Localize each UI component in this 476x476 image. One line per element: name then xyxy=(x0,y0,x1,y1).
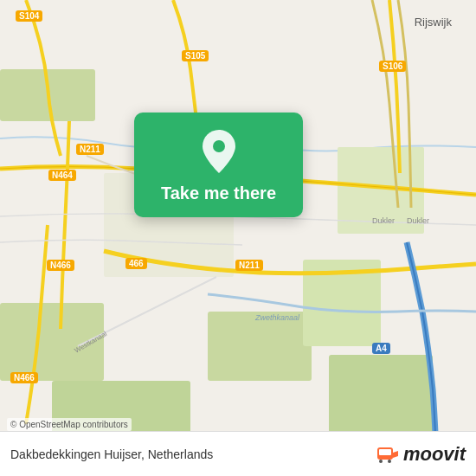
bottom-bar: Dakbedekkingen Huijser, Netherlands moov… xyxy=(0,431,476,476)
svg-point-17 xyxy=(388,460,391,463)
svg-rect-6 xyxy=(329,355,433,433)
city-label: Rijswijk xyxy=(415,16,452,29)
road-label-s104: S104 xyxy=(16,10,42,22)
svg-text:Dukler: Dukler xyxy=(407,216,429,225)
svg-rect-15 xyxy=(379,449,391,455)
svg-point-13 xyxy=(213,140,225,152)
svg-text:Zwethkanaal: Zwethkanaal xyxy=(254,313,300,322)
road-label-466: 466 xyxy=(125,258,147,269)
road-label-n464: N464 xyxy=(48,170,76,181)
attribution: © OpenStreetMap contributors xyxy=(7,418,132,431)
svg-point-16 xyxy=(379,460,383,463)
road-label-n466-2: N466 xyxy=(10,372,38,383)
road-label-n211-top: N211 xyxy=(76,144,104,155)
svg-text:Dukler: Dukler xyxy=(372,216,395,225)
moovit-logo: moovit xyxy=(376,442,466,466)
map-container: Zwethkanaal Dukler Dukler Westkanaal Rij… xyxy=(0,0,476,476)
road-label-s106: S106 xyxy=(379,61,406,72)
svg-rect-4 xyxy=(208,312,312,381)
location-label: Dakbedekkingen Huijser, Netherlands xyxy=(10,447,213,461)
moovit-bus-icon xyxy=(376,442,400,466)
cta-button-label: Take me there xyxy=(161,183,276,203)
moovit-text: moovit xyxy=(403,443,466,466)
road-label-a4: A4 xyxy=(372,343,390,354)
cta-card[interactable]: Take me there xyxy=(134,113,303,217)
map-pin-icon xyxy=(200,128,238,175)
road-label-n466-1: N466 xyxy=(47,260,74,271)
road-label-n211-bottom: N211 xyxy=(235,260,263,271)
road-label-s105: S105 xyxy=(182,50,209,61)
